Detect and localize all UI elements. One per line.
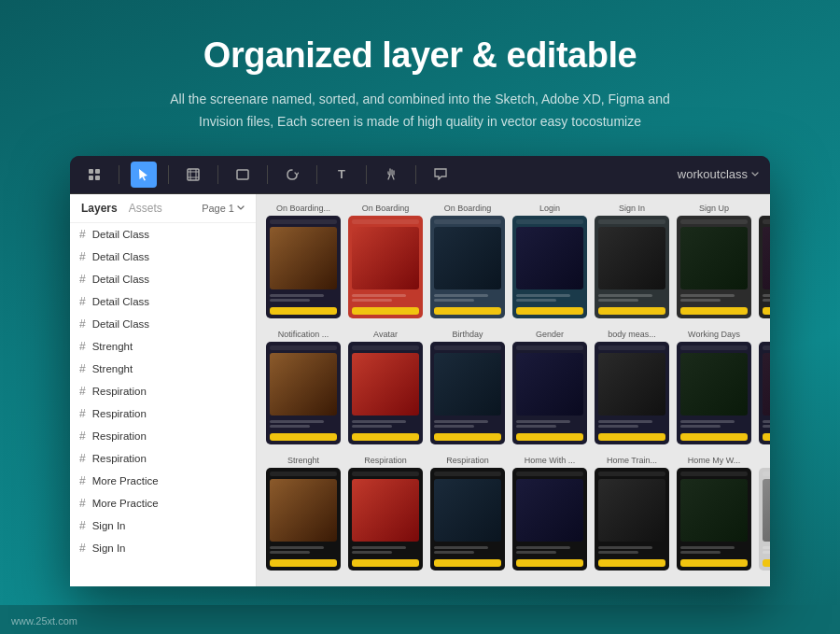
canvas-grid: On Boarding...On BoardingOn BoardingLogi…	[266, 204, 761, 571]
screen-thumbnail[interactable]	[759, 468, 770, 571]
hash-icon: #	[79, 228, 86, 241]
hash-icon: #	[79, 407, 86, 420]
screen-thumbnail[interactable]	[512, 468, 587, 571]
layer-label: More Practice	[92, 498, 159, 509]
hash-icon: #	[79, 273, 86, 286]
screen-wrapper: Input Code	[759, 204, 770, 318]
screen-row-1: On Boarding...On BoardingOn BoardingLogi…	[266, 204, 761, 318]
screen-thumbnail[interactable]	[595, 342, 669, 444]
tab-assets[interactable]: Assets	[129, 202, 162, 215]
hash-icon: #	[79, 542, 86, 555]
layer-item[interactable]: #Strenght	[70, 358, 256, 380]
layer-item[interactable]: #Respiration	[70, 402, 256, 425]
main-content: Layers Assets Page 1 #Detail Class#Detai…	[70, 194, 770, 586]
sidebar-header: Layers Assets Page 1	[70, 194, 256, 223]
layer-label: Strenght	[92, 341, 133, 352]
comment-icon[interactable]	[427, 162, 454, 188]
screen-thumbnail[interactable]	[430, 468, 505, 571]
screen-thumbnail[interactable]	[266, 342, 341, 444]
svg-rect-2	[89, 176, 93, 180]
layer-item[interactable]: #Detail Class	[70, 290, 256, 313]
layer-item[interactable]: #Detail Class	[70, 246, 256, 268]
layer-label: Detail Class	[92, 274, 149, 285]
hash-icon: #	[79, 295, 86, 308]
layer-item[interactable]: #Detail Class	[70, 223, 256, 246]
layer-list: #Detail Class#Detail Class#Detail Class#…	[70, 223, 256, 559]
screen-thumbnail[interactable]	[677, 468, 751, 571]
screen-thumbnail[interactable]	[677, 216, 751, 318]
screen-label: On Boarding	[444, 204, 492, 213]
canvas-area[interactable]: On Boarding...On BoardingOn BoardingLogi…	[257, 194, 770, 586]
screen-wrapper: Home With ...	[512, 456, 587, 571]
screen-wrapper: Notification ...	[266, 330, 341, 444]
tab-layers[interactable]: Layers	[81, 202, 118, 215]
svg-rect-3	[95, 176, 100, 180]
hash-icon: #	[79, 385, 86, 398]
svg-rect-0	[89, 169, 93, 174]
screen-label: Respiration	[364, 456, 407, 465]
layer-label: Detail Class	[92, 251, 149, 262]
screen-wrapper: Login	[512, 204, 587, 318]
screen-label: Notification ...	[278, 330, 329, 339]
layer-item[interactable]: #Detail Class	[70, 313, 256, 335]
text-icon[interactable]: T	[329, 162, 355, 188]
layer-item[interactable]: #Respiration	[70, 380, 256, 402]
screen-wrapper: On Boarding	[348, 204, 423, 318]
screen-thumbnail[interactable]	[677, 342, 751, 444]
screen-wrapper: Respiration	[348, 456, 423, 571]
screen-thumbnail[interactable]	[348, 342, 423, 444]
screen-thumbnail[interactable]	[595, 216, 669, 318]
hero-subtitle: All the screenare named, sorted, and com…	[168, 89, 672, 134]
screen-label: Home Train...	[607, 456, 657, 465]
screen-thumbnail[interactable]	[266, 468, 341, 571]
screen-thumbnail[interactable]	[759, 342, 770, 444]
screen-wrapper: body meas...	[595, 330, 669, 444]
rectangle-icon[interactable]	[230, 162, 256, 188]
hash-icon: #	[79, 519, 86, 532]
hand-icon[interactable]	[378, 162, 404, 188]
brand-label: workoutclass	[678, 167, 759, 181]
layer-item[interactable]: #Respiration	[70, 447, 256, 470]
screen-label: Sign In	[619, 204, 645, 213]
cursor-icon[interactable]	[131, 162, 157, 188]
screen-thumbnail[interactable]	[512, 216, 587, 318]
screen-wrapper: Gender	[512, 330, 587, 444]
layer-item[interactable]: #Respiration	[70, 425, 256, 447]
lasso-icon[interactable]	[279, 162, 305, 188]
screen-thumbnail[interactable]	[348, 468, 423, 571]
screen-wrapper: Home Train...	[595, 456, 669, 571]
layer-label: Respiration	[92, 386, 147, 397]
screen-thumbnail[interactable]	[348, 216, 423, 318]
screen-label: Sign Up	[699, 204, 729, 213]
layer-item[interactable]: #Sign In	[70, 514, 256, 537]
screen-thumbnail[interactable]	[430, 342, 505, 444]
screen-thumbnail[interactable]	[595, 468, 669, 571]
screen-wrapper: Trainer Prof...	[759, 456, 770, 571]
screen-label: Avatar	[373, 330, 398, 339]
grid-icon[interactable]	[81, 162, 107, 188]
page-label[interactable]: Page 1	[202, 203, 245, 214]
screen-thumbnail[interactable]	[266, 216, 341, 318]
layer-item[interactable]: #Strenght	[70, 335, 256, 358]
layer-item[interactable]: #Detail Class	[70, 268, 256, 290]
svg-rect-1	[95, 169, 100, 174]
screen-wrapper: Sign Up	[677, 204, 751, 318]
hash-icon: #	[79, 317, 86, 331]
screen-label: Home With ...	[525, 456, 576, 465]
hash-icon: #	[79, 474, 86, 487]
screen-label: Respiration	[446, 456, 489, 465]
screen-thumbnail[interactable]	[759, 216, 770, 318]
layer-label: Sign In	[92, 520, 126, 531]
screen-thumbnail[interactable]	[430, 216, 505, 318]
screen-thumbnail[interactable]	[512, 342, 587, 444]
layer-label: Strenght	[92, 363, 133, 374]
layer-item[interactable]: #Sign In	[70, 537, 256, 559]
divider-2	[168, 165, 169, 184]
screen-label: Home My W...	[688, 456, 741, 465]
layer-item[interactable]: #More Practice	[70, 492, 256, 514]
divider-4	[267, 165, 268, 184]
layer-item[interactable]: #More Practice	[70, 470, 256, 492]
screen-wrapper: Working Days	[677, 330, 751, 444]
screen-wrapper: Home My W...	[677, 456, 751, 571]
frame-icon[interactable]	[180, 162, 206, 188]
